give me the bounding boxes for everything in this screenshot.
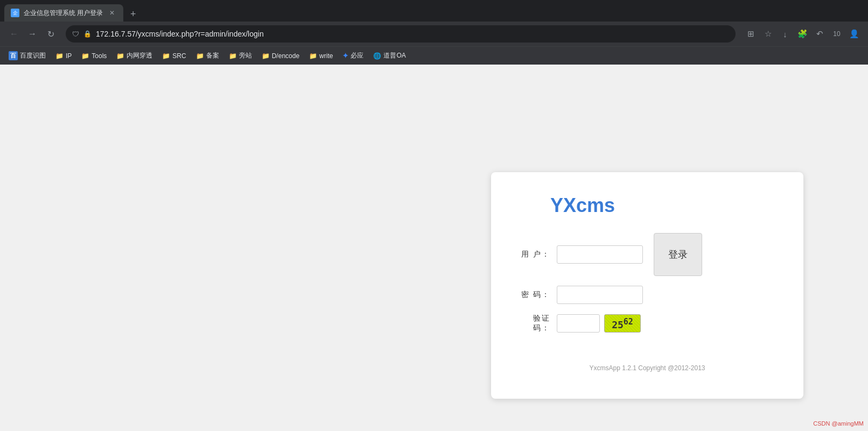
bookmark-src-label: SRC xyxy=(172,52,186,60)
bookmark-bing-label: 必应 xyxy=(351,51,363,60)
active-tab[interactable]: 企 企业信息管理系统 用户登录 ✕ xyxy=(4,4,123,22)
watermark: CSDN @amingMM xyxy=(813,420,864,427)
tab-bar: 企 企业信息管理系统 用户登录 ✕ + xyxy=(0,0,868,22)
fields-section: 用 户： 登录 密 码： 验证码： xyxy=(518,233,776,343)
tab-title: 企业信息管理系统 用户登录 xyxy=(24,9,103,18)
browser-window: 企 企业信息管理系统 用户登录 ✕ + ← → ↻ 🛡 🔒 172.16.7.5… xyxy=(0,0,868,431)
profile-badge-button[interactable]: 10 xyxy=(829,26,844,41)
bookmark-pangzhan-label: 旁站 xyxy=(239,51,252,60)
bookmark-beian[interactable]: 📁 备案 xyxy=(192,49,223,62)
nav-bar: ← → ↻ 🛡 🔒 172.16.7.57/yxcms/index.php?r=… xyxy=(0,22,868,46)
bookmark-button[interactable]: ☆ xyxy=(760,26,775,41)
url-text: 172.16.7.57/yxcms/index.php?r=admin/inde… xyxy=(96,30,729,38)
lock-icon: 🔒 xyxy=(83,30,92,38)
bookmark-intranet[interactable]: 📁 内网穿透 xyxy=(112,49,157,62)
bookmark-daopuoa[interactable]: 🌐 道普OA xyxy=(369,49,410,62)
captcha-row: 验证码： 2562 xyxy=(518,314,776,333)
extensions-puzzle-button[interactable]: 🧩 xyxy=(795,26,810,41)
login-button[interactable]: 登录 xyxy=(654,233,702,276)
page-content: YXcms 用 户： 登录 密 码： xyxy=(0,65,868,431)
bookmark-baidu-label: 百度识图 xyxy=(20,51,46,60)
back-button[interactable]: ← xyxy=(6,26,22,41)
forward-button[interactable]: → xyxy=(25,26,40,41)
folder-icon-write: 📁 xyxy=(309,52,317,60)
bookmark-dencode-label: D/encode xyxy=(272,52,299,60)
logo-text: YXcms xyxy=(550,194,615,216)
bookmark-intranet-label: 内网穿透 xyxy=(127,51,152,60)
bookmark-ip-label: IP xyxy=(66,52,72,60)
bookmark-pangzhan[interactable]: 📁 旁站 xyxy=(225,49,256,62)
nav-actions: ⊞ ☆ ↓ 🧩 ↶ 10 👤 xyxy=(743,26,862,41)
bookmark-daopuoa-label: 道普OA xyxy=(383,51,405,60)
new-tab-button[interactable]: + xyxy=(125,6,141,22)
bookmark-bing[interactable]: ✦ 必应 xyxy=(338,49,368,62)
captcha-label: 验证码： xyxy=(518,314,550,333)
username-row: 用 户： 登录 xyxy=(518,233,776,276)
folder-icon-intranet: 📁 xyxy=(116,52,124,60)
login-form-section: 用 户： 登录 密 码： 验证码： xyxy=(518,233,776,343)
folder-icon-pangzhan: 📁 xyxy=(229,52,237,60)
captcha-input[interactable] xyxy=(557,314,600,333)
bookmark-write[interactable]: 📁 write xyxy=(305,50,337,62)
baidu-icon: 百 xyxy=(9,51,18,60)
tab-close-button[interactable]: ✕ xyxy=(107,8,117,18)
shield-icon: 🛡 xyxy=(72,30,79,38)
globe-icon: 🌐 xyxy=(373,52,381,60)
folder-icon-dencode: 📁 xyxy=(262,52,270,60)
username-label: 用 户： xyxy=(518,250,550,259)
bookmark-dencode[interactable]: 📁 D/encode xyxy=(257,50,304,62)
login-logo: YXcms xyxy=(518,194,776,217)
folder-icon-beian: 📁 xyxy=(196,52,204,60)
username-input[interactable] xyxy=(557,245,643,264)
history-button[interactable]: ↶ xyxy=(812,26,827,41)
captcha-text: 2562 xyxy=(612,317,633,330)
reload-button[interactable]: ↻ xyxy=(43,26,58,41)
bookmark-baidu[interactable]: 百 百度识图 xyxy=(4,49,50,62)
tab-favicon: 企 xyxy=(11,9,19,17)
downloads-button[interactable]: ↓ xyxy=(778,26,793,41)
bookmark-write-label: write xyxy=(319,52,333,60)
folder-icon-tools: 📁 xyxy=(81,52,89,60)
bookmark-tools-label: Tools xyxy=(92,52,107,60)
login-card: YXcms 用 户： 登录 密 码： xyxy=(491,172,803,399)
password-row: 密 码： xyxy=(518,286,776,304)
captcha-image[interactable]: 2562 xyxy=(604,314,641,333)
bookmark-ip[interactable]: 📁 IP xyxy=(51,50,76,62)
bookmark-tools[interactable]: 📁 Tools xyxy=(77,50,111,62)
password-input[interactable] xyxy=(557,286,643,304)
profile-button[interactable]: 👤 xyxy=(846,26,862,41)
address-bar[interactable]: 🛡 🔒 172.16.7.57/yxcms/index.php?r=admin/… xyxy=(66,25,736,43)
bookmarks-bar: 百 百度识图 📁 IP 📁 Tools 📁 内网穿透 📁 SRC 📁 备案 📁 … xyxy=(0,46,868,65)
copyright-text: YxcmsApp 1.2.1 Copyright @2012-2013 xyxy=(518,364,776,372)
bookmark-beian-label: 备案 xyxy=(206,51,219,60)
folder-icon-ip: 📁 xyxy=(55,52,64,60)
bookmark-src[interactable]: 📁 SRC xyxy=(158,50,190,62)
password-label: 密 码： xyxy=(518,290,550,300)
folder-icon-src: 📁 xyxy=(162,52,170,60)
bing-icon: ✦ xyxy=(342,52,348,60)
extensions-button[interactable]: ⊞ xyxy=(743,26,758,41)
